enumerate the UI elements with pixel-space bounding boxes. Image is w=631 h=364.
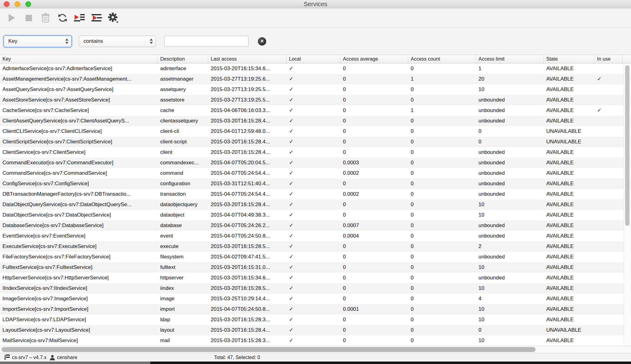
column-header-access-count[interactable]: Access count [408,55,476,63]
table-row[interactable]: IIndexService[cs-srv7:IIndexService]iind… [0,283,631,294]
cell-key: CommandService[cs-srv7:CommandService] [0,168,158,178]
cell-access-average: 0 [340,294,408,304]
toolbar [0,8,631,28]
table-row[interactable]: ExecuteService[cs-srv7:ExecuteService]ex… [0,241,631,252]
cell-access-average: 0 [340,63,408,74]
column-header-in-use[interactable]: In use [595,55,622,63]
cell-access-count: 0 [408,241,476,252]
cell-last-access: 2015-04-02T09:47:41.5... [208,252,287,262]
cell-last-access: 2015-03-20T16:15:28.5... [208,283,287,294]
cell-key: ClientService[cs-srv7:ClientService] [0,147,158,158]
table-row[interactable]: LayoutService[cs-srv7:LayoutService]layo… [0,325,631,335]
import-services-button[interactable] [91,12,102,23]
table-row[interactable]: AssetQueryService[cs-srv7:AssetQueryServ… [0,84,631,95]
table-row[interactable]: HttpServerService[cs-srv7:HttpServerServ… [0,273,631,283]
cell-in-use [595,199,622,210]
cell-key: AdInterfaceService[cs-srv7:AdInterfaceSe… [0,63,158,74]
cell-key: HttpServerService[cs-srv7:HttpServerServ… [0,273,158,283]
table-row[interactable]: CacheService[cs-srv7:CacheService]cache2… [0,105,631,116]
cell-access-average: 0.0002 [340,168,408,178]
table-row[interactable]: ImageService[cs-srv7:ImageService]image2… [0,294,631,304]
cell-key: AssetQueryService[cs-srv7:AssetQueryServ… [0,84,158,95]
table-row[interactable]: ImportService[cs-srv7:ImportService]impo… [0,304,631,314]
table-row[interactable]: DataObjectService[cs-srv7:DataObjectServ… [0,210,631,220]
zoom-window-button[interactable] [25,1,31,7]
cell-access-average: 0 [340,325,408,335]
cell-last-access: 2015-03-20T16:15:34.6... [208,63,287,74]
cell-in-use [595,262,622,273]
stop-service-button[interactable] [23,12,34,23]
cell-state: AVAILABLE [544,252,595,262]
table-row[interactable]: ClientService[cs-srv7:ClientService]clie… [0,147,631,158]
table-row[interactable]: AdInterfaceService[cs-srv7:AdInterfaceSe… [0,63,631,74]
filter-text-input[interactable] [164,36,249,47]
services-window: Services [0,0,631,364]
refresh-button[interactable] [57,12,68,23]
cell-access-average: 0 [340,283,408,294]
cell-in-use [595,273,622,283]
cell-key: CommandExecutor[cs-srv7:CommandExecutor] [0,158,158,168]
table-row[interactable]: ClientAssetQueryService[cs-srv7:ClientAs… [0,116,631,126]
column-header-key[interactable]: Key [0,55,158,63]
cell-access-count: 0 [408,220,476,231]
table-row[interactable]: EventService[cs-srv7:EventService]event2… [0,231,631,241]
cell-description: iindex [158,283,208,294]
table-row[interactable]: DBTransactionManagerFactory[cs-srv7:DBTr… [0,189,631,199]
cell-local: ✓ [287,158,340,168]
table-row[interactable]: ClientScriptService[cs-srv7:ClientScript… [0,137,631,147]
start-service-button[interactable] [6,12,17,23]
cell-description: clientassetquery [158,116,208,126]
table-row[interactable]: CommandService[cs-srv7:CommandService]co… [0,168,631,178]
vertical-scrollbar[interactable] [624,64,630,346]
table-row[interactable]: FulltextService[cs-srv7:FulltextService]… [0,262,631,273]
column-header-last-access[interactable]: Last access [208,55,287,63]
cell-description: cache [158,105,208,116]
cell-last-access: 2015-04-01T12:59:48.0... [208,126,287,137]
table-row[interactable]: AssetStoreService[cs-srv7:AssetStoreServ… [0,95,631,105]
table-row[interactable]: CommandExecutor[cs-srv7:CommandExecutor]… [0,158,631,168]
table-row[interactable]: DataObjectQueryService[cs-srv7:DataObjec… [0,199,631,210]
settings-menu-button[interactable] [108,12,119,23]
cell-local: ✓ [287,105,340,116]
horizontal-scrollbar-thumb[interactable] [2,347,535,352]
column-header-state[interactable]: State [544,55,595,63]
horizontal-scrollbar[interactable] [0,346,631,353]
restore-services-button[interactable] [74,12,85,23]
cell-access-count: 0 [408,116,476,126]
table-row[interactable]: AssetManagementService[cs-srv7:AssetMana… [0,74,631,84]
cell-access-limit: unbounded [476,273,544,283]
cell-access-average: 0 [340,178,408,189]
refresh-icon [58,13,67,23]
cell-in-use [595,314,622,325]
column-header-access-limit[interactable]: Access limit [476,55,544,63]
cell-last-access: 2015-04-07T05:20:04.5... [208,158,287,168]
cell-in-use: ✓ [595,74,622,84]
delete-service-button[interactable] [40,12,51,23]
cell-access-average: 0 [340,241,408,252]
cell-description: mail [158,335,208,346]
table-row[interactable]: ClientCLIService[cs-srv7:ClientCLIServic… [0,126,631,137]
minimize-window-button[interactable] [14,1,20,7]
column-header-description[interactable]: Description [158,55,208,63]
close-window-button[interactable] [4,1,10,7]
filter-bar: Key contains ✕ [0,28,631,55]
cell-local: ✓ [287,210,340,220]
column-header-local[interactable]: Local [287,55,340,63]
column-header-access-average[interactable]: Access average [340,55,408,63]
table-row[interactable]: DatabaseService[cs-srv7:DatabaseService]… [0,220,631,231]
table-row[interactable]: ConfigService[cs-srv7:ConfigService]conf… [0,178,631,189]
cell-state: AVAILABLE [544,262,595,273]
play-icon [9,14,15,22]
cell-local: ✓ [287,116,340,126]
vertical-scrollbar-thumb[interactable] [625,65,629,226]
cell-state: AVAILABLE [544,304,595,314]
cell-key: CacheService[cs-srv7:CacheService] [0,105,158,116]
clear-filter-button[interactable]: ✕ [258,37,266,46]
table-row[interactable]: LDAPService[cs-srv7:LDAPService]ldap2015… [0,314,631,325]
cell-access-average: 0.0002 [340,189,408,199]
filter-operator-select[interactable]: contains [79,36,156,47]
table-row[interactable]: FileFactoryService[cs-srv7:FileFactorySe… [0,252,631,262]
table-row[interactable]: MailService[cs-srv7:MailService]mail2015… [0,335,631,346]
cell-description: transaction [158,189,208,199]
filter-field-select[interactable]: Key [4,36,71,47]
